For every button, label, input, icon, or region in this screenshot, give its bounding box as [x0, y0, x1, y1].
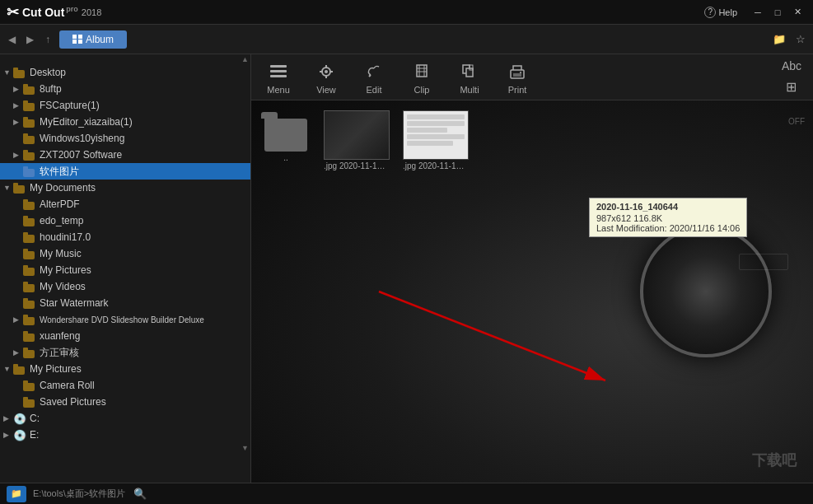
thumb-img-2-preview	[403, 110, 469, 160]
thumb-img-1[interactable]: .jpg 2020-11-16_...	[320, 107, 393, 174]
file-tooltip: 2020-11-16_140644 813x504 116.8K Last Mo…	[589, 198, 747, 237]
app-name: Cut Outpro	[22, 5, 78, 19]
album-grid-icon	[72, 35, 82, 44]
sidebar-item-my-documents[interactable]: ▼ My Documents	[0, 180, 250, 196]
sidebar-item-desktop[interactable]: ▼ Desktop	[0, 64, 250, 81]
close-button[interactable]: ✕	[788, 5, 806, 20]
new-folder-icon[interactable]: 📁	[770, 30, 788, 49]
sidebar-label-saved-pictures: Saved Pictures	[40, 396, 106, 408]
sidebar-item-wondershare[interactable]: ▶ Wondershare DVD Slideshow Builder Delu…	[0, 311, 250, 328]
folder-icon-fangzheng	[23, 347, 36, 358]
sidebar-scroll-area[interactable]: ▲ ▼ Desktop ▶ 8uftp ▶ FSCapture(1) ▶	[0, 54, 250, 483]
clip-label: Clip	[414, 85, 430, 95]
sidebar-item-windows10[interactable]: Windows10yisheng	[0, 130, 250, 147]
scroll-down-indicator: ▼	[241, 444, 249, 452]
folder-icon-star-watermark	[23, 297, 36, 309]
sidebar-item-my-pictures[interactable]: ▼ My Pictures	[0, 361, 250, 377]
statusbar-search-button[interactable]: 🔍	[132, 486, 148, 502]
view-tool[interactable]: View	[306, 57, 347, 98]
forward-button[interactable]: ▶	[21, 31, 38, 48]
sidebar-item-fangzheng[interactable]: ▶ 方正审核	[0, 344, 250, 361]
sidebar-item-alterpdf[interactable]: AlterPDF	[0, 196, 250, 212]
statusbar-folder-button[interactable]: 📁	[7, 486, 26, 502]
sidebar-label-wondershare: Wondershare DVD Slideshow Builder Deluxe	[40, 315, 204, 324]
toggle-drive-c: ▶	[3, 414, 13, 422]
folder-icon-myeditor	[23, 116, 36, 128]
star-icon[interactable]: ☆	[792, 30, 810, 49]
sidebar-item-drive-c[interactable]: ▶ 💿 C:	[0, 410, 250, 427]
sidebar-item-houdini[interactable]: houdini17.0	[0, 229, 250, 245]
help-icon: ?	[704, 7, 716, 18]
folder-back-icon	[261, 110, 311, 152]
toggle-fscapture: ▶	[13, 101, 23, 110]
toggle-myeditor: ▶	[13, 118, 23, 126]
sidebar-label-fangzheng: 方正审核	[40, 346, 79, 360]
sidebar-label-xuanfeng: xuanfeng	[40, 330, 80, 342]
sidebar-item-my-videos[interactable]: My Videos	[0, 278, 250, 295]
thumb-img-1-preview	[324, 110, 390, 160]
sidebar-item-camera-roll[interactable]: Camera Roll	[0, 377, 250, 394]
minimize-button[interactable]: ─	[749, 5, 767, 20]
print-tool[interactable]: Print	[497, 57, 538, 98]
folder-icon-xuanfeng	[23, 330, 36, 342]
thumb-img-2[interactable]: .jpg 2020-11-16_...	[399, 107, 472, 174]
multi-icon	[458, 60, 481, 83]
file-browser: OFF 下载吧 ..	[251, 100, 813, 483]
edit-icon	[362, 60, 385, 83]
toggle-wondershare: ▶	[13, 315, 23, 324]
svg-rect-1	[270, 70, 287, 72]
folder-icon-saved-pictures	[23, 396, 36, 408]
sidebar-item-my-pictures-sub[interactable]: My Pictures	[0, 262, 250, 278]
camera-dial	[739, 254, 788, 270]
sidebar-item-fscapture[interactable]: ▶ FSCapture(1)	[0, 97, 250, 114]
thumb-folder-back[interactable]: ..	[258, 107, 314, 166]
sidebar-item-zxt2007[interactable]: ▶ ZXT2007 Software	[0, 147, 250, 163]
sidebar-item-xuanfeng[interactable]: xuanfeng	[0, 328, 250, 344]
abc-tool[interactable]: Abc	[777, 58, 806, 74]
edit-tool[interactable]: Edit	[353, 57, 395, 98]
sidebar-item-my-music[interactable]: My Music	[0, 245, 250, 262]
thumb-img-1-label: .jpg 2020-11-16_...	[324, 161, 390, 170]
sidebar-item-drive-e[interactable]: ▶ 💿 E:	[0, 427, 250, 443]
sidebar-item-software-images[interactable]: 软件图片	[0, 163, 250, 180]
thumb-img-2-label: .jpg 2020-11-16_...	[403, 161, 469, 170]
sidebar-item-edo-temp[interactable]: edo_temp	[0, 212, 250, 229]
folder-icon-alterpdf	[23, 198, 36, 210]
svg-point-4	[325, 70, 328, 73]
help-button[interactable]: ? Help	[699, 5, 742, 20]
up-button[interactable]: ↑	[40, 31, 56, 48]
view-label: View	[316, 85, 336, 95]
toggle-drive-e: ▶	[3, 431, 13, 439]
sidebar-label-drive-c: C:	[30, 413, 40, 424]
menu-tool[interactable]: Menu	[258, 57, 299, 98]
app-year: 2018	[82, 7, 101, 17]
sidebar-label-my-videos: My Videos	[40, 281, 86, 292]
sidebar-item-myeditor[interactable]: ▶ MyEditor_xiazaiba(1)	[0, 114, 250, 130]
folder-icon-houdini	[23, 231, 36, 243]
clip-tool[interactable]: Clip	[401, 57, 442, 98]
folder-icon-software-images	[23, 166, 36, 177]
main-area: ▲ ▼ Desktop ▶ 8uftp ▶ FSCapture(1) ▶	[0, 54, 813, 483]
back-button[interactable]: ◀	[3, 31, 20, 48]
app-logo: ✂ Cut Outpro 2018	[7, 3, 101, 21]
sidebar-label-camera-roll: Camera Roll	[40, 380, 95, 391]
sidebar-item-8uftp[interactable]: ▶ 8uftp	[0, 81, 250, 97]
sidebar-label-8uftp: 8uftp	[40, 83, 62, 95]
sidebar-label-alterpdf: AlterPDF	[40, 198, 80, 210]
toolbar: ◀ ▶ ↑ Album 📁 ☆	[0, 25, 813, 54]
folder-icon-my-music	[23, 248, 36, 259]
tooltip-dimensions: 813x504 116.8K	[596, 213, 740, 223]
sidebar-item-star-watermark[interactable]: Star Watermark	[0, 295, 250, 311]
album-button[interactable]: Album	[59, 30, 127, 49]
restore-button[interactable]: □	[769, 5, 787, 20]
sidebar-item-saved-pictures[interactable]: Saved Pictures	[0, 394, 250, 410]
watermark-text: 下载吧	[752, 450, 797, 470]
print-label: Print	[508, 85, 527, 95]
scroll-up-indicator: ▲	[241, 55, 249, 63]
sidebar-label-fscapture: FSCapture(1)	[40, 100, 100, 111]
sidebar-label-software-images: 软件图片	[40, 165, 79, 179]
multi-tool[interactable]: Multi	[449, 57, 490, 98]
grid-tool[interactable]: ⊞	[781, 77, 801, 96]
svg-rect-13	[513, 73, 521, 77]
nav-buttons: ◀ ▶ ↑	[3, 31, 56, 48]
